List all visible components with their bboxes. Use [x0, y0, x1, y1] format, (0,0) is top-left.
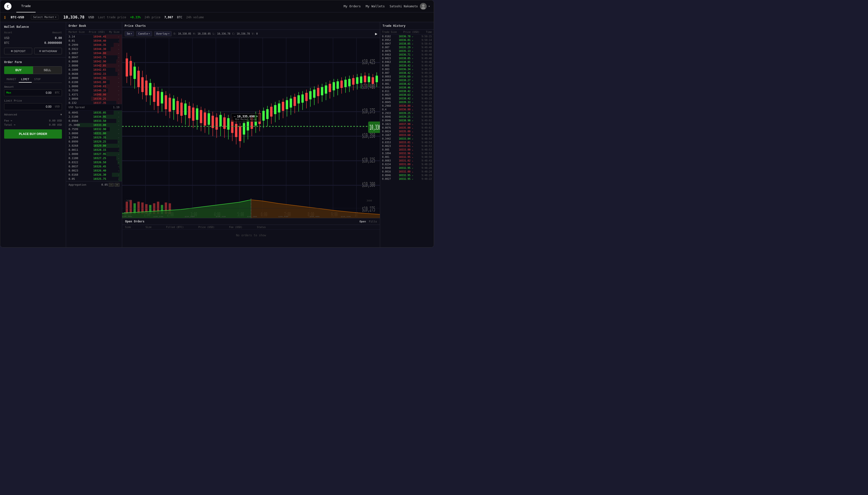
limit-price-input[interactable]	[4, 104, 53, 110]
status-bar: All Systems Operational ⚙	[0, 247, 434, 248]
bid-row[interactable]: 0.6168 10326.30 -	[66, 173, 122, 177]
advanced-row[interactable]: Advanced ▼	[4, 113, 62, 116]
bid-row[interactable]: 0.0023 10326.40 -	[66, 169, 122, 173]
order-type-tabs: MARKET LIMIT STOP	[4, 76, 62, 83]
trade-row: 0.0023 10338.05 ↗ 9:49:48	[380, 56, 434, 60]
svg-rect-123	[329, 84, 331, 92]
bid-row[interactable]: 0.0999 10329.25 -	[66, 140, 122, 144]
open-tab[interactable]: Open	[359, 220, 366, 223]
bid-row[interactable]: 0.4045 10335.05 -	[66, 110, 122, 115]
trade-history-rows: 0.0102 10336.78 ↗ 9:50:15 0.0952 10336.8…	[380, 35, 434, 181]
svg-text:$10,400: $10,400	[362, 83, 375, 90]
max-label[interactable]: Max	[4, 90, 13, 96]
bid-row[interactable]: 3.0268 10329.00 -	[66, 144, 122, 148]
ask-row[interactable]: 0.132 10337.35 -	[66, 101, 122, 104]
amount-col-header: Amount	[52, 31, 62, 34]
trade-row: 0.1094 10332.96 ↘ 9:48:53	[380, 152, 434, 155]
svg-rect-117	[317, 88, 320, 96]
svg-rect-127	[337, 81, 339, 89]
bid-row[interactable]: 2.5100 10334.95 -	[66, 115, 122, 119]
svg-rect-89	[262, 111, 265, 121]
bid-row[interactable]: 1.2904 10329.35 -	[66, 135, 122, 140]
ask-row[interactable]: 0.0688 10342.15 -	[66, 72, 122, 76]
stop-tab[interactable]: STOP	[32, 76, 43, 83]
btc-amount: 0.00000000	[44, 41, 62, 45]
bid-row[interactable]: 0.0322 10326.50 -	[66, 160, 122, 165]
mid-price-overlay: — 10,335.690 + Mid Market Price	[231, 114, 261, 122]
svg-text:10,336.78: 10,336.78	[370, 123, 380, 131]
bid-row[interactable]: 0.0011 10328.15 -	[66, 148, 122, 152]
bid-row[interactable]: 0.05 10325.75 -	[66, 177, 122, 181]
bid-row[interactable]: 25.3000 10333.00 -	[66, 123, 122, 127]
ask-row[interactable]: 0.6100 10341.80 -	[66, 80, 122, 84]
timeframe-select[interactable]: 5m ▼	[125, 31, 134, 36]
agg-minus-btn[interactable]: −	[109, 183, 114, 187]
ask-row[interactable]: 3.14 10344.45 -	[66, 35, 122, 39]
ask-row[interactable]: 1.0087 10344.00 -	[66, 51, 122, 55]
nav-tab-trade[interactable]: Trade	[16, 0, 36, 13]
buy-tab[interactable]: BUY	[4, 66, 33, 74]
chart-type-select[interactable]: Candle ▼	[136, 31, 152, 36]
select-market-btn[interactable]: Select Market ▼	[31, 15, 59, 19]
my-wallets-btn[interactable]: My Wallets	[366, 4, 385, 8]
withdraw-btn[interactable]: ⊖ WITHDRAW	[34, 48, 62, 54]
user-menu[interactable]: Satoshi Nakamoto ▼	[390, 3, 430, 10]
bid-row[interactable]: 1.0000 10327.95 -	[66, 152, 122, 156]
ask-row[interactable]: 0.2999 10344.35 -	[66, 43, 122, 47]
svg-rect-95	[274, 105, 277, 114]
volume: 7,867	[164, 16, 173, 19]
amount-input[interactable]	[13, 90, 53, 96]
bid-row[interactable]: 1.0000 10325.45 -	[66, 181, 122, 181]
ask-row[interactable]: 0.1000 10342.65 -	[66, 68, 122, 72]
pair-label: BTC-USD	[11, 15, 24, 19]
svg-rect-131	[344, 80, 347, 87]
deposit-btn[interactable]: ⊕ DEPOSIT	[4, 48, 32, 54]
trade-row: 0.001 10338.42 ↗ 9:49:26	[380, 82, 434, 86]
market-tab[interactable]: MARKET	[4, 76, 19, 83]
chart-nav-forward[interactable]: ▶	[375, 31, 377, 36]
fills-tab[interactable]: Fills	[369, 220, 377, 223]
svg-rect-111	[305, 93, 308, 101]
svg-text:$10,180: $10,180	[122, 216, 132, 218]
bid-row[interactable]: 0.0037 10326.45 -	[66, 165, 122, 169]
bid-row[interactable]: 0.7599 10332.90 -	[66, 127, 122, 131]
bid-row[interactable]: 3.0000 10331.00 -	[66, 131, 122, 135]
bid-row[interactable]: 0.1100 10327.25 -	[66, 156, 122, 160]
price-change: +0.33%	[130, 16, 141, 19]
ask-row[interactable]: 0.5922 10344.30 -	[66, 47, 122, 51]
sell-tab[interactable]: SELL	[33, 66, 62, 74]
svg-rect-139	[360, 76, 362, 83]
ask-row[interactable]: 0.7599 10340.35 -	[66, 88, 122, 92]
limit-tab[interactable]: LIMIT	[19, 76, 32, 83]
ask-row[interactable]: 0.0047 10343.75 -	[66, 55, 122, 59]
svg-rect-125	[332, 82, 335, 90]
my-orders-btn[interactable]: My Orders	[344, 4, 361, 8]
open-orders: Open Orders Open Fills Side Size Filled …	[122, 218, 380, 247]
place-order-btn[interactable]: PLACE BUY ORDER	[4, 129, 62, 139]
candlestick-chart[interactable]: 10,336.78 $10,425 $10,400 $10,375 $10,35…	[122, 38, 380, 218]
svg-rect-121	[325, 86, 327, 94]
app-logo[interactable]: C	[4, 3, 12, 10]
ask-row[interactable]: 1.0000 10340.65 -	[66, 84, 122, 88]
overlay-select[interactable]: Overlay ▼	[154, 31, 171, 36]
ask-row[interactable]: 0.01 10344.40 -	[66, 39, 122, 43]
ask-row[interactable]: 3.0000 10339.25 -	[66, 97, 122, 101]
oo-price-header: Price (USD)	[198, 226, 214, 228]
ask-row[interactable]: 2.0000 10341.95 -	[66, 76, 122, 80]
bid-row[interactable]: 0.0984 10333.50 -	[66, 119, 122, 123]
agg-value: 0.05	[101, 183, 108, 186]
ask-row[interactable]: 1.4371 10340.00 -	[66, 92, 122, 97]
ohlcv-v: V: 0	[252, 32, 258, 35]
svg-rect-129	[340, 81, 343, 88]
svg-text:$10,375: $10,375	[362, 107, 375, 115]
trade-row: 0.0083 10331.02 ↘ 9:48:43	[380, 159, 434, 163]
trade-row: 0.005 10333.00 ↘ 9:48:53	[380, 148, 434, 152]
ask-row[interactable]: 2.0000 10342.85 -	[66, 64, 122, 68]
svg-text:$10,530: $10,530	[341, 216, 351, 218]
ask-row[interactable]: 0.0088 10342.90 -	[66, 59, 122, 64]
sub-header: ₿ BTC-USD Select Market ▼ 10,336.78 USD …	[0, 13, 434, 22]
username: Satoshi Nakamoto	[390, 5, 418, 8]
svg-rect-47	[180, 103, 183, 116]
agg-plus-btn[interactable]: +	[115, 183, 119, 187]
limit-price-label: Limit Price	[4, 99, 62, 102]
